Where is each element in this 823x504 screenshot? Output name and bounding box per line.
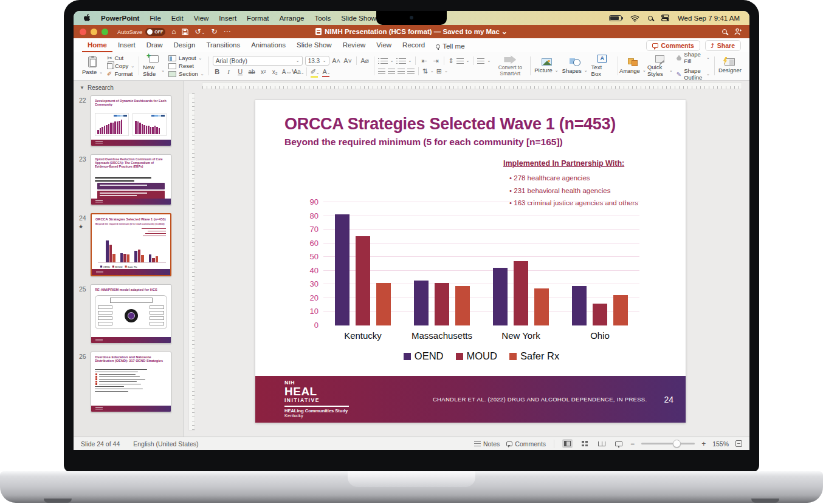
bar-moud-kentucky[interactable] (356, 236, 370, 325)
ribbon-tab-slide-show[interactable]: Slide Show (291, 39, 337, 52)
ribbon-tab-home[interactable]: Home (82, 39, 112, 52)
slide-subtitle[interactable]: Beyond the required minimum (5 for each … (284, 137, 563, 148)
bar-safer-rx-new-york[interactable] (534, 288, 549, 325)
line-spacing-button[interactable]: ⇕⌄ (448, 57, 469, 65)
arrange-button[interactable]: Arrange⌄ (622, 58, 644, 74)
bar-safer-rx-massachusetts[interactable] (455, 286, 470, 325)
notes-button[interactable]: Notes (474, 440, 500, 448)
menubar-item-insert[interactable]: Insert (219, 15, 236, 22)
ribbon-tab-animations[interactable]: Animations (246, 39, 291, 52)
increase-font-size-button[interactable]: A˄ (332, 57, 341, 64)
share-icon[interactable] (734, 28, 742, 35)
comments-button[interactable]: Comments (646, 40, 700, 51)
undo-dropdown-icon[interactable]: ⌄ (202, 30, 205, 35)
ribbon-tab-record[interactable]: Record (397, 39, 430, 52)
reset-button[interactable]: Reset (168, 63, 204, 69)
language-indicator[interactable]: English (United States) (133, 440, 198, 448)
superscript-button[interactable]: x² (259, 69, 268, 75)
italic-button[interactable]: I (224, 68, 233, 75)
search-icon[interactable] (722, 29, 727, 34)
tell-me-button[interactable]: Tell me (430, 41, 470, 52)
slide-thumbnail-26[interactable]: Overdose Education and Naloxone Distribu… (91, 352, 171, 412)
numbering-button[interactable]: ⌄ (396, 58, 412, 64)
slide-title[interactable]: ORCCA Strategies Selected Wave 1 (n=453) (284, 115, 669, 134)
menubar-item-powerpoint[interactable]: PowerPoint (101, 15, 139, 22)
columns-button[interactable]: ⌄ (477, 58, 491, 64)
slide-counter[interactable]: Slide 24 of 44 (81, 440, 120, 448)
convert-to-smartart-button[interactable]: Convert to SmartArt (494, 55, 526, 77)
zoom-level[interactable]: 155% (712, 440, 729, 448)
shape-outline-button[interactable]: ✎Shape Outline⌄ (677, 67, 710, 81)
change-case-button[interactable]: Aa⌄ (294, 69, 303, 75)
paste-button[interactable]: Paste⌄ (81, 56, 103, 75)
new-slide-button[interactable]: New Slide⌄ (143, 55, 165, 77)
save-icon[interactable] (182, 29, 188, 35)
ribbon-tab-view[interactable]: View (371, 39, 397, 52)
justify-button[interactable] (407, 69, 415, 74)
bar-oend-massachusetts[interactable] (414, 281, 429, 325)
bullets-button[interactable]: ⌄ (378, 58, 394, 64)
close-window-button[interactable] (80, 29, 86, 35)
slide-sorter-view-button[interactable] (579, 439, 590, 448)
bar-moud-new-york[interactable] (514, 261, 528, 325)
underline-button[interactable]: U (236, 68, 245, 75)
menubar-item-tools[interactable]: Tools (314, 15, 331, 22)
quick-styles-button[interactable]: Quick Styles⌄ (647, 55, 673, 77)
bar-oend-new-york[interactable] (493, 268, 508, 325)
designer-button[interactable]: Designer (718, 58, 742, 73)
wifi-icon[interactable] (630, 15, 639, 22)
character-spacing-button[interactable]: A⇔V⌄ (282, 69, 291, 75)
bar-safer-rx-ohio[interactable] (613, 295, 628, 325)
presenter-view-button[interactable] (613, 439, 624, 448)
font-name-combobox[interactable]: Arial (Body)⌄ (213, 56, 303, 66)
menubar-item-edit[interactable]: Edit (171, 15, 184, 22)
minimize-window-button[interactable] (91, 29, 97, 35)
bar-oend-kentucky[interactable] (335, 214, 350, 325)
font-size-combobox[interactable]: 13.3⌄ (305, 56, 329, 66)
spotlight-search-icon[interactable] (648, 16, 653, 21)
status-comments-button[interactable]: Comments (506, 440, 546, 448)
text-direction-button[interactable]: ⇅⌄ (422, 67, 434, 75)
autosave-toggle[interactable]: OFF (145, 28, 165, 36)
more-commands-icon[interactable]: ⋯ (223, 28, 230, 35)
bar-chart[interactable]: 0102030405060708090 KentuckyMassachusett… (298, 202, 639, 362)
font-color-button[interactable]: A⌄ (322, 68, 331, 75)
slide-thumbnail-22[interactable]: Development of Dynamic Dashboards for Ea… (91, 95, 171, 146)
slide-thumbnail-23[interactable]: Opioid Overdose Reduction Continuum of C… (91, 154, 171, 205)
apple-menu-icon[interactable] (83, 14, 91, 22)
align-text-button[interactable]: ⊞⌄ (436, 67, 448, 75)
ribbon-tab-transitions[interactable]: Transitions (201, 39, 246, 52)
bar-moud-ohio[interactable] (593, 304, 607, 325)
text-box-button[interactable]: AText Box (591, 55, 613, 77)
layout-button[interactable]: Layout⌄ (168, 55, 204, 61)
cut-button[interactable]: ✂Cut (107, 55, 134, 61)
align-left-button[interactable] (378, 69, 385, 74)
control-center-icon[interactable] (661, 15, 669, 21)
decrease-font-size-button[interactable]: A˅ (343, 57, 353, 64)
ribbon-tab-design[interactable]: Design (168, 39, 201, 52)
strikethrough-button[interactable]: ab (247, 69, 257, 75)
align-center-button[interactable] (388, 69, 395, 74)
menubar-item-view[interactable]: View (194, 15, 209, 22)
format-painter-button[interactable]: ✐Format (107, 70, 134, 77)
menubar-item-arrange[interactable]: Arrange (280, 15, 305, 22)
slide-thumbnail-25[interactable]: RE-AIM/PRISM model adapted for HCS (91, 284, 171, 344)
bold-button[interactable]: B (213, 68, 222, 75)
bar-oend-ohio[interactable] (572, 286, 587, 325)
menubar-item-format[interactable]: Format (247, 15, 269, 22)
section-button[interactable]: Section⌄ (168, 70, 204, 77)
undo-icon[interactable]: ↺⌄ (195, 28, 205, 35)
fit-slide-to-window-icon[interactable] (735, 440, 742, 447)
clear-formatting-button[interactable]: A⌀ (360, 57, 370, 65)
bar-moud-massachusetts[interactable] (435, 283, 449, 325)
zoom-slider[interactable] (641, 443, 695, 444)
zoom-out-button[interactable]: − (630, 440, 635, 448)
picture-button[interactable]: Picture⌄ (534, 58, 558, 73)
align-right-button[interactable] (398, 69, 405, 74)
zoom-in-button[interactable]: + (701, 440, 706, 448)
highlight-color-button[interactable]: ✐⌄ (311, 68, 320, 76)
shapes-button[interactable]: Shapes⌄ (562, 58, 588, 74)
horizontal-ruler[interactable] (202, 83, 742, 89)
redo-icon[interactable]: ↻ (211, 28, 217, 35)
reading-view-button[interactable] (596, 439, 607, 448)
